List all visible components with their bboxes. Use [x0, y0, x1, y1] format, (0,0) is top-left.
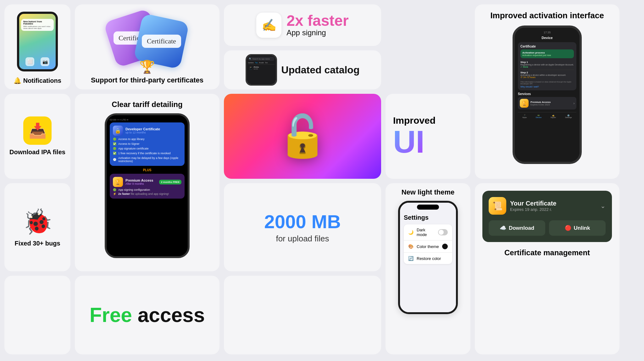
- dev-cert-name: Developer Certificate: [125, 127, 160, 131]
- col3-row1: ✍️ 2x faster App signing 🔍Search by app …: [224, 4, 381, 89]
- free-word: Free: [90, 304, 132, 326]
- cert-widget-icon: 📜: [489, 197, 506, 215]
- download-ipa-card: 📥 Download IPA files: [4, 94, 70, 179]
- cert-widget-info: Your Certificate Expires 19 апр. 2022 г.: [510, 200, 556, 212]
- improved-ui-card: Improved UI: [386, 94, 470, 179]
- bugs-label: Fixed 30+ bugs: [14, 239, 60, 247]
- phone-mockup: New feature! from FlekSt0re With notific…: [17, 12, 58, 71]
- premium-icon-tariff: 🏆: [113, 177, 123, 187]
- light-theme-phone: Settings 🌙 Dark mode 🎨 Color theme: [398, 201, 458, 314]
- cert-widget-expires: Expires 19 апр. 2022 г.: [510, 207, 556, 212]
- cert-widget-name: Your Certificate: [510, 200, 556, 207]
- activation-phone: 17:35 Device Certificate Activation proc…: [513, 25, 582, 164]
- notif-banner: New feature! from FlekSt0re With notific…: [21, 19, 54, 31]
- download-ipa-label: Download IPA files: [9, 148, 65, 156]
- ui-text: UI: [393, 126, 425, 157]
- notifications-label: 🔔 Notifications: [14, 77, 61, 84]
- light-theme-title: New light theme: [402, 188, 455, 196]
- light-theme-card: New light theme Settings 🌙 Dark mode 🎨: [386, 183, 470, 354]
- row4-col3: [224, 276, 381, 354]
- cert-icons-wrap: Certificate Certificate 🏆: [103, 11, 191, 74]
- dark-mode-icon: 🌙: [408, 230, 414, 235]
- cert-widget: 📜 Your Certificate Expires 19 апр. 2022 …: [482, 191, 612, 242]
- faster-card: ✍️ 2x faster App signing: [224, 4, 381, 46]
- faster-text-wrap: 2x faster App signing: [286, 13, 348, 37]
- main-grid: New feature! from FlekSt0re With notific…: [0, 0, 644, 361]
- access-word: access: [132, 304, 205, 326]
- cert-mgmt-card: 📜 Your Certificate Expires 19 апр. 2022 …: [475, 183, 619, 354]
- download-icon: ☁️: [500, 225, 506, 231]
- restore-color-row: 🔄 Restore color: [404, 253, 452, 264]
- dev-cert-period: up to 12 months: [125, 131, 160, 134]
- bugs-card: 🐞 Fixed 30+ bugs: [4, 183, 70, 271]
- chevron-down-icon: ⌄: [600, 202, 606, 210]
- activation-card: Improved activation interface 17:35 Devi…: [475, 4, 619, 179]
- download-icon-box: 📥: [23, 116, 52, 145]
- tariff-title: Clear tariff detailing: [112, 100, 182, 109]
- dark-mode-toggle[interactable]: [438, 229, 448, 235]
- upload-sub: for upload files: [276, 234, 329, 244]
- star-icon: 🏆: [139, 59, 155, 74]
- catalog-card: 🔍Search by app name UpdatesTopArcadeSoc …: [224, 50, 381, 89]
- signing-icon: ✍️: [256, 13, 281, 38]
- phone-illustration: New feature! from FlekSt0re With notific…: [17, 9, 58, 74]
- catalog-phone: 🔍Search by app name UpdatesTopArcadeSoc …: [246, 54, 277, 86]
- phone-icon-2: 📷: [41, 57, 49, 66]
- free-text: Free access: [90, 303, 205, 327]
- cert-widget-header: 📜 Your Certificate Expires 19 апр. 2022 …: [489, 197, 606, 215]
- tariff-phone: 02:08 ▪ ▪ ▪ LTE ▪▪ 🔒 Developer Certifica…: [105, 113, 190, 258]
- bugs-card-row4: [4, 276, 70, 354]
- dark-mode-row: 🌙 Dark mode: [404, 224, 452, 240]
- premium-icon: 🏆: [520, 99, 529, 108]
- certs-label: Support for third-party certificates: [91, 76, 203, 84]
- settings-heading: Settings: [404, 214, 452, 221]
- lock-icon: 🔓: [277, 112, 328, 160]
- download-button[interactable]: ☁️ Download: [489, 220, 545, 236]
- app-signing-label: App signing: [286, 28, 348, 37]
- certs-card: Certificate Certificate 🏆 Support for th…: [75, 4, 219, 89]
- faster-heading: 2x faster: [286, 13, 348, 28]
- tariff-card: Clear tariff detailing 02:08 ▪ ▪ ▪ LTE ▪…: [75, 94, 219, 271]
- unlink-icon: 🔴: [565, 225, 571, 231]
- restore-icon: 🔄: [408, 256, 414, 261]
- free-access-card: Free access: [75, 276, 219, 354]
- upload-card: 2000 MB for upload files: [224, 183, 381, 271]
- dev-cert-icon: 🔒: [113, 126, 123, 136]
- hero-card: 🔓: [224, 94, 381, 179]
- notifications-card: New feature! from FlekSt0re With notific…: [4, 4, 70, 89]
- unlink-button[interactable]: 🔴 Unlink: [549, 220, 606, 236]
- bug-emoji: 🐞: [22, 207, 53, 236]
- color-theme-icon: 🎨: [408, 244, 414, 249]
- cert-mgmt-title: Certificate management: [504, 248, 590, 257]
- premium-name: Premium Access: [125, 178, 153, 182]
- activation-title: Improved activation interface: [490, 11, 604, 20]
- catalog-label: Updated catalog: [281, 64, 360, 76]
- color-theme-dot[interactable]: [442, 244, 448, 249]
- phone-icon-1: ⬜: [25, 57, 34, 66]
- color-theme-row: 🎨 Color theme: [404, 240, 452, 253]
- cert-widget-actions: ☁️ Download 🔴 Unlink: [489, 220, 606, 236]
- mb-text: 2000 MB: [264, 211, 341, 233]
- cert-illustrations: Certificate Certificate 🏆: [103, 9, 191, 76]
